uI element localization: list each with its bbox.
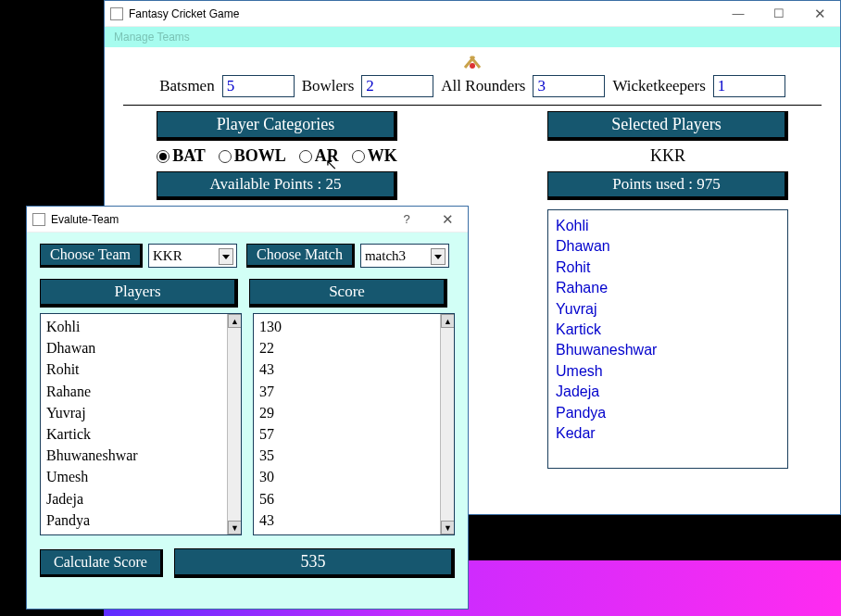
wk-label: Wicketkeepers	[612, 77, 705, 95]
allrounders-input[interactable]	[533, 75, 605, 97]
list-item[interactable]: Rahane	[46, 381, 224, 402]
list-item[interactable]: Umesh	[556, 361, 780, 382]
svg-point-2	[470, 63, 475, 69]
list-item[interactable]: 35	[259, 445, 437, 466]
list-item[interactable]: Dhawan	[556, 236, 780, 257]
list-item[interactable]: Jadeja	[46, 488, 224, 509]
radio-icon	[157, 150, 169, 163]
list-item[interactable]: 29	[259, 402, 437, 423]
list-item[interactable]: 43	[259, 358, 437, 380]
team-name: KKR	[650, 146, 685, 166]
dialog-title: Evalute-Team	[51, 213, 119, 226]
allrounders-label: All Rounders	[441, 77, 525, 95]
selected-players-list[interactable]: KohliDhawanRohitRahaneYuvrajKartickBhuwa…	[547, 209, 788, 469]
list-item[interactable]: 37	[259, 381, 437, 402]
counts-row: Batsmen Bowlers All Rounders Wicketkeepe…	[105, 75, 840, 105]
list-item[interactable]: 30	[259, 466, 437, 487]
score-header: Score	[249, 279, 447, 308]
radio-ar[interactable]: AR	[299, 146, 339, 166]
radio-icon	[352, 150, 365, 163]
total-score: 535	[174, 548, 455, 578]
choose-team-button[interactable]: Choose Team	[40, 244, 143, 268]
match-combo[interactable]: match3	[360, 244, 449, 268]
category-radios: BAT BOWL AR WK	[157, 146, 397, 166]
list-item[interactable]: Dhawan	[46, 337, 224, 358]
points-used: Points used : 975	[547, 171, 788, 200]
wk-input[interactable]	[713, 75, 785, 97]
evaluate-dialog: Evalute-Team ? ✕ Choose Team KKR Choose …	[26, 206, 469, 610]
list-item[interactable]: Bhuwaneshwar	[46, 445, 224, 466]
help-button[interactable]: ?	[386, 207, 427, 233]
list-item[interactable]: Yuvraj	[46, 402, 224, 423]
scrollbar[interactable]: ▲ ▼	[440, 314, 454, 534]
list-item[interactable]: Yuvraj	[556, 299, 780, 320]
scores-listbox[interactable]: 130224337295735305643 ▲ ▼	[253, 313, 455, 535]
list-item[interactable]: Umesh	[46, 466, 224, 487]
radio-wk[interactable]: WK	[352, 146, 397, 166]
list-item[interactable]: Pandya	[46, 509, 224, 531]
list-item[interactable]: 57	[259, 423, 437, 445]
categories-header: Player Categories	[157, 111, 397, 141]
separator	[123, 105, 822, 106]
menu-manage-teams[interactable]: Manage Teams	[114, 31, 190, 44]
main-titlebar[interactable]: Fantasy Cricket Game — ☐ ✕	[105, 1, 840, 27]
close-button[interactable]: ✕	[799, 1, 840, 27]
maximize-button[interactable]: ☐	[759, 1, 799, 27]
players-listbox[interactable]: KohliDhawanRohitRahaneYuvrajKartickBhuwa…	[40, 313, 242, 535]
selected-header: Selected Players	[547, 111, 788, 141]
list-item[interactable]: 130	[259, 316, 437, 337]
menubar[interactable]: Manage Teams	[105, 27, 840, 47]
scroll-up-icon[interactable]: ▲	[228, 314, 242, 328]
scrollbar[interactable]: ▲ ▼	[227, 314, 241, 534]
right-column: Selected Players KKR Points used : 975 K…	[514, 111, 822, 469]
list-item[interactable]: 56	[259, 488, 437, 509]
list-item[interactable]: Kohli	[556, 216, 780, 236]
scroll-down-icon[interactable]: ▼	[228, 521, 242, 534]
scroll-down-icon[interactable]: ▼	[441, 521, 455, 534]
list-item[interactable]: Kohli	[46, 316, 224, 337]
choose-match-button[interactable]: Choose Match	[246, 244, 355, 268]
dialog-titlebar[interactable]: Evalute-Team ? ✕	[27, 207, 468, 233]
radio-icon	[299, 150, 312, 163]
batsmen-input[interactable]	[222, 75, 295, 97]
window-title: Fantasy Cricket Game	[129, 7, 239, 20]
batsmen-label: Batsmen	[159, 77, 215, 95]
radio-bowl[interactable]: BOWL	[219, 146, 286, 166]
list-item[interactable]: Bhuwaneshwar	[556, 340, 780, 360]
app-icon	[110, 7, 123, 20]
list-item[interactable]: Kartick	[46, 423, 224, 445]
list-item[interactable]: Rahane	[556, 278, 780, 298]
list-item[interactable]: Pandya	[556, 403, 780, 423]
players-header: Players	[40, 279, 238, 308]
list-item[interactable]: Jadeja	[556, 382, 780, 402]
calculate-score-button[interactable]: Calculate Score	[40, 549, 163, 577]
minimize-button[interactable]: —	[718, 1, 759, 27]
dialog-icon	[32, 213, 45, 226]
scroll-up-icon[interactable]: ▲	[441, 314, 455, 328]
available-points: Available Points : 25	[157, 171, 397, 200]
radio-bat[interactable]: BAT	[157, 146, 206, 166]
list-item[interactable]: Rohit	[556, 258, 780, 278]
list-item[interactable]: 43	[259, 509, 437, 531]
list-item[interactable]: Kedar	[556, 423, 780, 444]
dialog-close-button[interactable]: ✕	[427, 207, 468, 233]
cricket-icon	[461, 53, 483, 71]
radio-icon	[219, 150, 232, 163]
bowlers-input[interactable]	[361, 75, 433, 97]
team-combo[interactable]: KKR	[148, 244, 237, 268]
list-item[interactable]: 22	[259, 337, 437, 358]
bowlers-label: Bowlers	[302, 77, 355, 95]
list-item[interactable]: Kartick	[556, 320, 780, 340]
list-item[interactable]: Rohit	[46, 358, 224, 380]
